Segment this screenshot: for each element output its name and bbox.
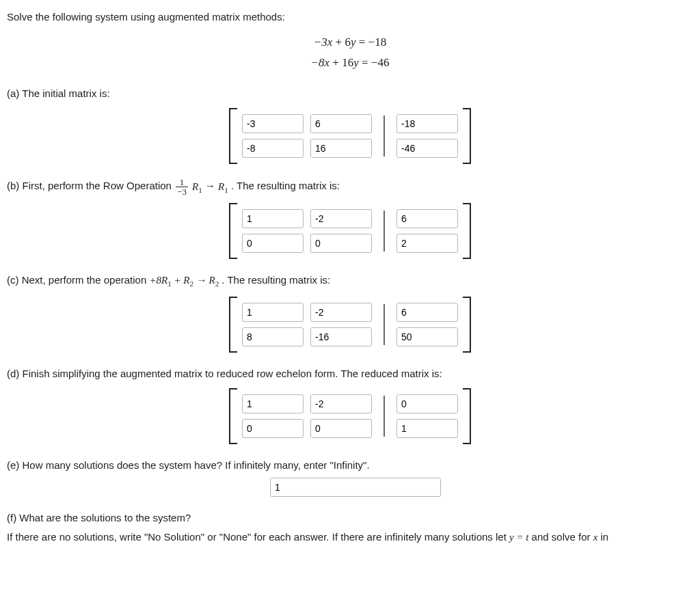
matrix-b (7, 203, 693, 259)
matrix-d-r2c2[interactable] (310, 419, 372, 438)
equation-block: −3x + 6y = −18 −8x + 16y = −46 (7, 32, 693, 74)
bracket-right-icon (463, 297, 471, 353)
matrix-b-r2c3[interactable] (396, 234, 458, 253)
part-c-label: (c) Next, perform the operation +8R1 + R… (7, 273, 693, 290)
bracket-left-icon (229, 203, 237, 259)
part-c-suffix: . The resulting matrix is: (221, 274, 330, 286)
equation-2: −8x + 16y = −46 (7, 53, 693, 74)
matrix-c-r2c3[interactable] (396, 327, 458, 346)
augment-bar-icon (383, 115, 385, 156)
r1-source: R1 (192, 181, 202, 192)
matrix-a-r1c3[interactable] (396, 114, 458, 133)
part-d-label: (d) Finish simplifying the augmented mat… (7, 366, 693, 382)
matrix-d-r1c1[interactable] (242, 394, 304, 413)
solutions-count-input[interactable] (270, 478, 441, 497)
intro-text: Solve the following system using augment… (7, 10, 693, 25)
matrix-a-r1c1[interactable] (242, 114, 304, 133)
part-e-label: (e) How many solutions does the system h… (7, 458, 693, 474)
fraction-icon: 1 −3 (176, 178, 188, 196)
matrix-a (7, 108, 693, 164)
augment-bar-icon (383, 304, 385, 345)
equation-1: −3x + 6y = −18 (7, 32, 693, 53)
part-b-label: (b) First, perform the Row Operation 1 −… (7, 178, 693, 196)
bracket-right-icon (463, 203, 471, 259)
r1-target: R1 (218, 181, 228, 192)
matrix-b-r2c1[interactable] (242, 234, 304, 253)
matrix-d-r1c2[interactable] (310, 394, 372, 413)
part-a-label: (a) The initial matrix is: (7, 86, 693, 102)
matrix-c-r2c2[interactable] (310, 327, 372, 346)
matrix-b-r2c2[interactable] (310, 234, 372, 253)
bracket-right-icon (463, 388, 471, 444)
part-f-label: (f) What are the solutions to the system… (7, 510, 693, 526)
matrix-c-r2c1[interactable] (242, 327, 304, 346)
matrix-b-r1c3[interactable] (396, 209, 458, 228)
matrix-d-r1c3[interactable] (396, 394, 458, 413)
bracket-left-icon (229, 108, 237, 164)
matrix-d-r2c1[interactable] (242, 419, 304, 438)
bracket-left-icon (229, 388, 237, 444)
augment-bar-icon (383, 396, 385, 437)
matrix-a-r1c2[interactable] (310, 114, 372, 133)
bracket-right-icon (463, 108, 471, 164)
matrix-d (7, 388, 693, 444)
matrix-a-r2c1[interactable] (242, 139, 304, 158)
matrix-c (7, 297, 693, 353)
part-c-op: +8R1 + R2 → R2 (149, 275, 219, 286)
part-f-hint: If there are no solutions, write "No Sol… (7, 530, 693, 545)
matrix-d-r2c3[interactable] (396, 419, 458, 438)
bracket-left-icon (229, 297, 237, 353)
arrow-icon: → (205, 180, 218, 192)
augment-bar-icon (383, 210, 385, 251)
matrix-c-r1c3[interactable] (396, 303, 458, 322)
matrix-a-r2c2[interactable] (310, 139, 372, 158)
matrix-b-r1c2[interactable] (310, 209, 372, 228)
part-b-suffix: . The resulting matrix is: (231, 180, 340, 192)
part-b-prefix: (b) First, perform the Row Operation (7, 180, 174, 192)
matrix-b-r1c1[interactable] (242, 209, 304, 228)
matrix-a-r2c3[interactable] (396, 139, 458, 158)
part-c-prefix: (c) Next, perform the operation (7, 274, 149, 286)
matrix-c-r1c2[interactable] (310, 303, 372, 322)
matrix-c-r1c1[interactable] (242, 303, 304, 322)
